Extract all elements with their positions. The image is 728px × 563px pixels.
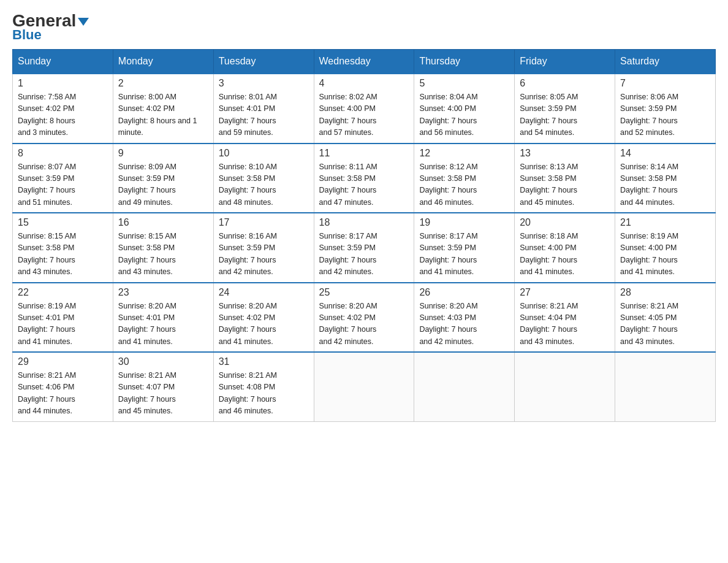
- day-cell: 22Sunrise: 8:19 AMSunset: 4:01 PMDayligh…: [13, 283, 113, 353]
- day-number: 24: [219, 287, 309, 298]
- day-number: 15: [18, 217, 108, 228]
- day-info: Sunrise: 8:14 AMSunset: 3:58 PMDaylight:…: [620, 161, 710, 209]
- col-header-sunday: Sunday: [13, 50, 113, 74]
- day-number: 16: [118, 217, 208, 228]
- page-header: General Blue: [12, 12, 716, 43]
- day-info: Sunrise: 8:13 AMSunset: 3:58 PMDaylight:…: [520, 161, 610, 209]
- day-info: Sunrise: 8:01 AMSunset: 4:01 PMDaylight:…: [219, 91, 309, 139]
- day-number: 19: [419, 217, 509, 228]
- day-number: 7: [620, 78, 710, 89]
- col-header-saturday: Saturday: [615, 50, 716, 74]
- day-cell: 1Sunrise: 7:58 AMSunset: 4:02 PMDaylight…: [13, 74, 113, 144]
- day-cell: 11Sunrise: 8:11 AMSunset: 3:58 PMDayligh…: [314, 144, 414, 213]
- day-number: 10: [219, 148, 309, 159]
- day-cell: [615, 352, 716, 421]
- day-number: 22: [18, 287, 108, 298]
- day-cell: [515, 352, 615, 421]
- day-info: Sunrise: 8:21 AMSunset: 4:07 PMDaylight:…: [118, 370, 208, 418]
- day-number: 30: [118, 356, 208, 367]
- day-info: Sunrise: 8:02 AMSunset: 4:00 PMDaylight:…: [319, 91, 409, 139]
- day-number: 13: [520, 148, 610, 159]
- day-number: 28: [620, 287, 710, 298]
- logo: General Blue: [12, 12, 89, 43]
- day-number: 23: [118, 287, 208, 298]
- day-number: 17: [219, 217, 309, 228]
- day-number: 20: [520, 217, 610, 228]
- day-number: 4: [319, 78, 409, 89]
- day-cell: 7Sunrise: 8:06 AMSunset: 3:59 PMDaylight…: [615, 74, 716, 144]
- day-info: Sunrise: 8:20 AMSunset: 4:03 PMDaylight:…: [419, 301, 509, 348]
- day-cell: 5Sunrise: 8:04 AMSunset: 4:00 PMDaylight…: [414, 74, 515, 144]
- day-info: Sunrise: 8:07 AMSunset: 3:59 PMDaylight:…: [18, 161, 108, 209]
- day-cell: 8Sunrise: 8:07 AMSunset: 3:59 PMDaylight…: [13, 144, 113, 213]
- day-cell: 29Sunrise: 8:21 AMSunset: 4:06 PMDayligh…: [13, 352, 113, 421]
- day-info: Sunrise: 8:12 AMSunset: 3:58 PMDaylight:…: [419, 161, 509, 209]
- calendar-header-row: SundayMondayTuesdayWednesdayThursdayFrid…: [13, 50, 716, 74]
- day-number: 11: [319, 148, 409, 159]
- day-cell: 4Sunrise: 8:02 AMSunset: 4:00 PMDaylight…: [314, 74, 414, 144]
- day-info: Sunrise: 8:00 AMSunset: 4:02 PMDaylight:…: [118, 91, 208, 139]
- day-number: 26: [419, 287, 509, 298]
- day-info: Sunrise: 8:05 AMSunset: 3:59 PMDaylight:…: [520, 91, 610, 139]
- col-header-wednesday: Wednesday: [314, 50, 414, 74]
- day-cell: 21Sunrise: 8:19 AMSunset: 4:00 PMDayligh…: [615, 213, 716, 283]
- day-cell: 26Sunrise: 8:20 AMSunset: 4:03 PMDayligh…: [414, 283, 515, 353]
- day-info: Sunrise: 8:18 AMSunset: 4:00 PMDaylight:…: [520, 231, 610, 278]
- day-info: Sunrise: 8:17 AMSunset: 3:59 PMDaylight:…: [319, 231, 409, 278]
- day-info: Sunrise: 8:10 AMSunset: 3:58 PMDaylight:…: [219, 161, 309, 209]
- day-info: Sunrise: 8:09 AMSunset: 3:59 PMDaylight:…: [118, 161, 208, 209]
- day-info: Sunrise: 8:21 AMSunset: 4:05 PMDaylight:…: [620, 301, 710, 348]
- day-cell: 16Sunrise: 8:15 AMSunset: 3:58 PMDayligh…: [113, 213, 213, 283]
- col-header-thursday: Thursday: [414, 50, 515, 74]
- day-cell: 24Sunrise: 8:20 AMSunset: 4:02 PMDayligh…: [213, 283, 314, 353]
- day-number: 31: [219, 356, 309, 367]
- day-number: 6: [520, 78, 610, 89]
- day-cell: 6Sunrise: 8:05 AMSunset: 3:59 PMDaylight…: [515, 74, 615, 144]
- day-info: Sunrise: 8:21 AMSunset: 4:06 PMDaylight:…: [18, 370, 108, 418]
- day-info: Sunrise: 8:15 AMSunset: 3:58 PMDaylight:…: [118, 231, 208, 278]
- day-info: Sunrise: 8:20 AMSunset: 4:02 PMDaylight:…: [219, 301, 309, 348]
- day-cell: 2Sunrise: 8:00 AMSunset: 4:02 PMDaylight…: [113, 74, 213, 144]
- day-cell: [414, 352, 515, 421]
- col-header-monday: Monday: [113, 50, 213, 74]
- day-info: Sunrise: 8:19 AMSunset: 4:01 PMDaylight:…: [18, 301, 108, 348]
- day-info: Sunrise: 8:21 AMSunset: 4:04 PMDaylight:…: [520, 301, 610, 348]
- day-cell: 27Sunrise: 8:21 AMSunset: 4:04 PMDayligh…: [515, 283, 615, 353]
- day-number: 9: [118, 148, 208, 159]
- calendar-table: SundayMondayTuesdayWednesdayThursdayFrid…: [12, 49, 716, 422]
- day-number: 25: [319, 287, 409, 298]
- day-number: 1: [18, 78, 108, 89]
- week-row-4: 22Sunrise: 8:19 AMSunset: 4:01 PMDayligh…: [13, 283, 716, 353]
- day-cell: 19Sunrise: 8:17 AMSunset: 3:59 PMDayligh…: [414, 213, 515, 283]
- day-number: 8: [18, 148, 108, 159]
- week-row-1: 1Sunrise: 7:58 AMSunset: 4:02 PMDaylight…: [13, 74, 716, 144]
- day-cell: 17Sunrise: 8:16 AMSunset: 3:59 PMDayligh…: [213, 213, 314, 283]
- day-cell: 28Sunrise: 8:21 AMSunset: 4:05 PMDayligh…: [615, 283, 716, 353]
- day-number: 3: [219, 78, 309, 89]
- col-header-tuesday: Tuesday: [213, 50, 314, 74]
- day-info: Sunrise: 8:16 AMSunset: 3:59 PMDaylight:…: [219, 231, 309, 278]
- logo-blue: Blue: [12, 27, 42, 43]
- day-cell: 31Sunrise: 8:21 AMSunset: 4:08 PMDayligh…: [213, 352, 314, 421]
- day-cell: 3Sunrise: 8:01 AMSunset: 4:01 PMDaylight…: [213, 74, 314, 144]
- day-info: Sunrise: 8:20 AMSunset: 4:01 PMDaylight:…: [118, 301, 208, 348]
- day-info: Sunrise: 7:58 AMSunset: 4:02 PMDaylight:…: [18, 91, 108, 139]
- day-info: Sunrise: 8:21 AMSunset: 4:08 PMDaylight:…: [219, 370, 309, 418]
- week-row-5: 29Sunrise: 8:21 AMSunset: 4:06 PMDayligh…: [13, 352, 716, 421]
- day-cell: 23Sunrise: 8:20 AMSunset: 4:01 PMDayligh…: [113, 283, 213, 353]
- day-cell: 10Sunrise: 8:10 AMSunset: 3:58 PMDayligh…: [213, 144, 314, 213]
- day-cell: 14Sunrise: 8:14 AMSunset: 3:58 PMDayligh…: [615, 144, 716, 213]
- day-cell: 13Sunrise: 8:13 AMSunset: 3:58 PMDayligh…: [515, 144, 615, 213]
- day-cell: 12Sunrise: 8:12 AMSunset: 3:58 PMDayligh…: [414, 144, 515, 213]
- day-info: Sunrise: 8:19 AMSunset: 4:00 PMDaylight:…: [620, 231, 710, 278]
- day-number: 2: [118, 78, 208, 89]
- day-info: Sunrise: 8:04 AMSunset: 4:00 PMDaylight:…: [419, 91, 509, 139]
- day-cell: 25Sunrise: 8:20 AMSunset: 4:02 PMDayligh…: [314, 283, 414, 353]
- day-info: Sunrise: 8:20 AMSunset: 4:02 PMDaylight:…: [319, 301, 409, 348]
- col-header-friday: Friday: [515, 50, 615, 74]
- day-cell: 18Sunrise: 8:17 AMSunset: 3:59 PMDayligh…: [314, 213, 414, 283]
- day-info: Sunrise: 8:06 AMSunset: 3:59 PMDaylight:…: [620, 91, 710, 139]
- day-number: 21: [620, 217, 710, 228]
- day-cell: [314, 352, 414, 421]
- day-cell: 20Sunrise: 8:18 AMSunset: 4:00 PMDayligh…: [515, 213, 615, 283]
